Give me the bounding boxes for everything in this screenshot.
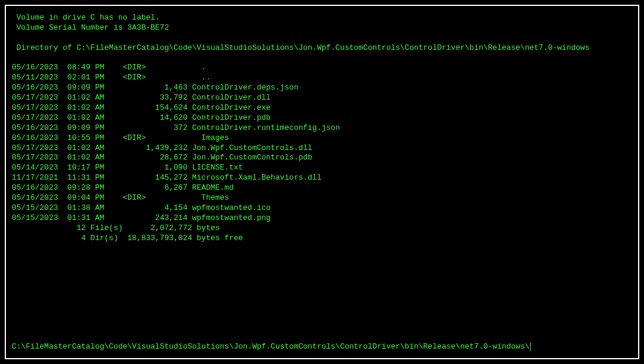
terminal-output: Volume in drive C has no label. Volume S… [12,13,632,243]
prompt-line[interactable]: C:\FileMasterCatalog\Code\VisualStudioSo… [12,342,632,351]
terminal-window[interactable]: Volume in drive C has no label. Volume S… [5,5,639,359]
prompt-path: C:\FileMasterCatalog\Code\VisualStudioSo… [12,342,530,351]
cursor [530,343,531,351]
